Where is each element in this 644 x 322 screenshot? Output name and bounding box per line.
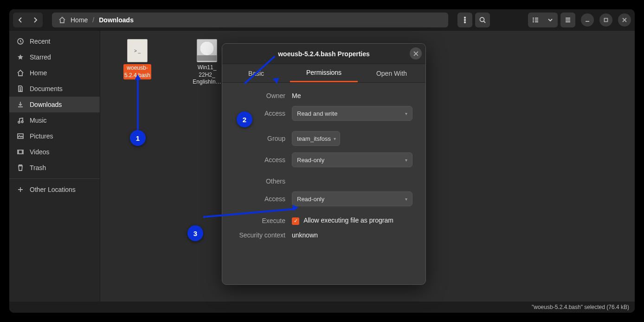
- svg-point-3: [480, 17, 484, 21]
- minimize-button[interactable]: [581, 13, 594, 26]
- sidebar-item-home[interactable]: Home: [9, 65, 100, 81]
- maximize-icon: [604, 18, 608, 22]
- group-select[interactable]: team_itsfoss ▾: [292, 131, 340, 146]
- svg-point-1: [464, 19, 466, 20]
- breadcrumb-current[interactable]: Downloads: [99, 16, 134, 24]
- execute-checkbox-label: Allow executing file as program: [303, 217, 393, 224]
- owner-row: Owner Me: [235, 92, 412, 99]
- svg-point-6: [18, 121, 20, 123]
- headerbar: Home / Downloads: [9, 9, 635, 31]
- annotation-2: 2: [237, 112, 252, 127]
- hamburger-icon: [564, 16, 572, 24]
- sidebar-item-label: Documents: [30, 85, 63, 92]
- sidebar-divider: [9, 178, 100, 179]
- sidebar: Recent Starred Home Documents Downloads …: [9, 31, 100, 302]
- status-text: "woeusb-5.2.4.bash" selected (76.4 kB): [532, 304, 629, 310]
- tab-open-with[interactable]: Open With: [358, 64, 425, 82]
- view-dropdown-button[interactable]: [543, 13, 558, 27]
- checkbox-checked-icon: ✓: [292, 217, 299, 225]
- home-icon: [58, 16, 66, 24]
- sidebar-item-starred[interactable]: Starred: [9, 49, 100, 65]
- dialog-title: woeusb-5.2.4.bash Properties: [278, 50, 370, 58]
- group-row: Group team_itsfoss ▾: [235, 131, 412, 146]
- sidebar-item-label: Home: [30, 69, 47, 77]
- owner-label: Owner: [235, 92, 285, 99]
- forward-button[interactable]: [28, 13, 43, 27]
- sidebar-item-recent[interactable]: Recent: [9, 33, 100, 49]
- execute-label: Execute: [235, 217, 285, 224]
- svg-point-2: [464, 21, 466, 23]
- owner-value: Me: [292, 92, 412, 99]
- annotation-3: 3: [187, 225, 203, 241]
- document-icon: [17, 85, 24, 92]
- chevron-down-icon: ▾: [405, 197, 407, 202]
- sidebar-item-music[interactable]: Music: [9, 112, 100, 128]
- dialog-close-button[interactable]: [410, 47, 422, 59]
- sidebar-item-label: Music: [30, 117, 47, 124]
- plus-icon: [17, 186, 24, 193]
- group-access-row: Access Read-only ▾: [235, 152, 412, 167]
- sidebar-item-downloads[interactable]: Downloads: [9, 97, 100, 112]
- sidebar-item-label: Recent: [30, 38, 50, 45]
- view-mode-group: [528, 13, 558, 27]
- home-icon: [17, 69, 24, 77]
- select-value: Read-only: [297, 196, 324, 203]
- security-row: Security context unknown: [235, 231, 412, 239]
- maximize-button[interactable]: [599, 13, 612, 26]
- tab-permissions[interactable]: Permissions: [290, 64, 358, 82]
- iso-file-icon: iso: [197, 39, 217, 62]
- access-label: Access: [235, 195, 285, 203]
- execute-row: Execute ✓ Allow executing file as progra…: [235, 217, 412, 225]
- kebab-icon: [461, 16, 469, 24]
- music-icon: [17, 117, 24, 124]
- chevron-down-icon: [547, 16, 554, 24]
- execute-checkbox-wrap[interactable]: ✓ Allow executing file as program: [292, 217, 412, 225]
- group-access-select[interactable]: Read-only ▾: [292, 152, 412, 167]
- sidebar-item-documents[interactable]: Documents: [9, 81, 100, 97]
- close-window-button[interactable]: [618, 13, 631, 26]
- sidebar-item-label: Pictures: [30, 132, 53, 140]
- sidebar-item-label: Downloads: [30, 101, 62, 108]
- annotation-1: 1: [130, 130, 146, 146]
- star-icon: [17, 53, 24, 61]
- file-label: Win11_ 22H2_ EnglishIn…: [193, 64, 221, 85]
- others-row: Others: [235, 177, 412, 185]
- statusbar: "woeusb-5.2.4.bash" selected (76.4 kB): [9, 302, 635, 313]
- download-icon: [17, 101, 24, 108]
- grid-icon: [532, 16, 539, 24]
- hamburger-menu-button[interactable]: [560, 13, 575, 27]
- icon-view-button[interactable]: [528, 13, 543, 27]
- sidebar-item-trash[interactable]: Trash: [9, 160, 100, 176]
- file-item[interactable]: iso Win11_ 22H2_ EnglishIn…: [188, 39, 225, 86]
- pathbar[interactable]: Home / Downloads: [52, 13, 448, 27]
- select-value: team_itsfoss: [297, 135, 331, 142]
- breadcrumb-home[interactable]: Home: [71, 16, 88, 24]
- tabbar: Basic Permissions Open With: [222, 64, 425, 83]
- security-label: Security context: [235, 231, 285, 239]
- others-label: Others: [235, 177, 285, 185]
- back-button[interactable]: [13, 13, 28, 27]
- select-value: Read-only: [297, 157, 324, 164]
- nav-group: [13, 13, 43, 27]
- svg-point-0: [464, 17, 466, 18]
- more-options-button[interactable]: [457, 13, 472, 27]
- owner-access-row: Access Read and write ▾: [235, 106, 412, 121]
- chevron-left-icon: [17, 16, 24, 24]
- file-item[interactable]: > _ woeusb- 5.2.4.bash: [119, 39, 156, 79]
- annotation-3-arrow: [292, 204, 298, 211]
- sidebar-item-videos[interactable]: Videos: [9, 144, 100, 160]
- annotation-1-line: [137, 79, 139, 132]
- owner-access-select[interactable]: Read and write ▾: [292, 106, 412, 121]
- dialog-titlebar: woeusb-5.2.4.bash Properties: [222, 44, 425, 64]
- close-icon: [622, 18, 627, 22]
- others-access-select[interactable]: Read-only ▾: [292, 191, 412, 206]
- script-prompt: > _: [134, 48, 141, 54]
- close-icon: [413, 51, 419, 56]
- search-button[interactable]: [475, 13, 490, 27]
- svg-rect-4: [605, 18, 608, 21]
- sidebar-item-label: Videos: [30, 148, 50, 156]
- chevron-down-icon: ▾: [405, 111, 407, 116]
- sidebar-item-other-locations[interactable]: Other Locations: [9, 182, 100, 197]
- svg-point-7: [21, 121, 23, 123]
- sidebar-item-pictures[interactable]: Pictures: [9, 128, 100, 144]
